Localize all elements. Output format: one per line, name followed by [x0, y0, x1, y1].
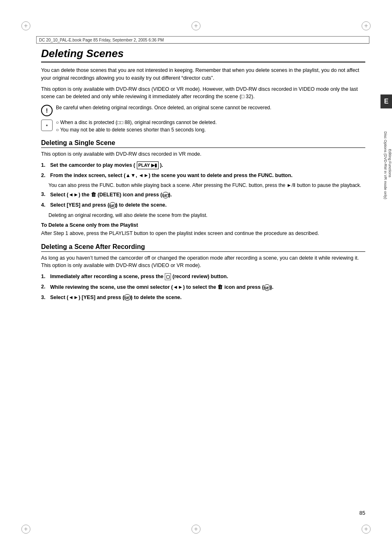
info-note-texts: ○ When a disc is protected (□□ 88), orig…	[56, 119, 217, 134]
side-tab-e: E	[380, 94, 392, 108]
header-bar: DC 20_10_PAL-E.book Page 85 Friday, Sept…	[36, 36, 369, 44]
s2-step3-content: Select (◄►) [YES] and press (SET) to del…	[50, 294, 365, 302]
set-icon-step4: SET	[109, 202, 116, 209]
corner-mark-tl	[21, 21, 30, 30]
s2-step1-num: 1.	[41, 273, 48, 281]
corner-mark-tm	[191, 21, 201, 30]
s2-step1: 1. Immediately after recording a scene, …	[41, 273, 365, 281]
playlist-sub-heading: To Delete a Scene only from the Playlist	[41, 222, 365, 228]
set-icon-step3: SET	[162, 192, 169, 198]
intro-paragraph-2: This option is only available with DVD-R…	[41, 85, 365, 101]
corner-mark-tr	[362, 21, 371, 30]
play-icon: PLAY ▶▮	[137, 161, 159, 169]
s2-step2-content: While reviewing the scene, use the omni …	[50, 283, 365, 291]
step2: 2. From the index screen, select (▲▼, ◄►…	[41, 172, 365, 180]
intro-paragraph-1: You can delete those scenes that you are…	[41, 67, 365, 82]
s2-step3-num: 3.	[41, 294, 48, 302]
step3-content: Select (◄►) the 🗑 (DELETE) icon and pres…	[50, 191, 365, 199]
caution-icon: !	[41, 105, 53, 116]
corner-mark-br	[362, 525, 371, 534]
page-title: Deleting Scenes	[41, 47, 365, 62]
info-note-2: ○ You may not be able to delete scenes s…	[56, 126, 217, 134]
caution-note-box: ! Be careful when deleting original reco…	[41, 104, 365, 116]
trash-icon-s2: 🗑	[217, 284, 223, 290]
playlist-sub-text: After Step 1 above, press the PLAYLIST b…	[41, 230, 365, 237]
info-note-1: ○ When a disc is protected (□□ 88), orig…	[56, 119, 217, 126]
caution-text: Be careful when deleting original record…	[56, 104, 271, 111]
step1-num: 1.	[41, 161, 48, 169]
step4-num: 4.	[41, 201, 48, 209]
step4: 4. Select [YES] and press (SET) to delet…	[41, 201, 365, 209]
step2-sub: You can also press the FUNC. button whil…	[48, 182, 365, 189]
section2-intro: As long as you haven’t turned the camcor…	[41, 254, 365, 270]
corner-mark-bl	[21, 525, 30, 534]
step1: 1. Set the camcorder to play movies ( PL…	[41, 161, 365, 169]
info-icon: ●	[41, 120, 53, 131]
sidebar-label2: Disc Options (DVD-RW in VR mode only)	[383, 131, 387, 199]
page-number: 85	[360, 510, 365, 516]
s2-step2: 2. While reviewing the scene, use the om…	[41, 283, 365, 291]
section1-heading: Deleting a Single Scene	[41, 139, 365, 148]
trash-icon: 🗑	[91, 191, 96, 198]
step4-content: Select [YES] and press (SET) to delete t…	[50, 201, 365, 209]
main-content: Deleting Scenes You can delete those sce…	[41, 47, 365, 304]
sidebar-text: Disc Options (DVD-RW in VR mode only) Ed…	[383, 131, 390, 199]
step1-content: Set the camcorder to play movies ( PLAY …	[50, 161, 365, 169]
corner-mark-bm	[191, 525, 201, 534]
set-icon-s2step2: SET	[264, 284, 270, 291]
top-divider	[41, 44, 369, 44]
s2-step2-num: 2.	[41, 283, 48, 291]
step4-sub: Deleting an original recording, will als…	[48, 212, 365, 219]
record-review-icon: ▢	[165, 273, 171, 280]
info-note-box: ● ○ When a disc is protected (□□ 88), or…	[41, 119, 365, 134]
s2-step1-content: Immediately after recording a scene, pre…	[50, 273, 365, 281]
section2-heading: Deleting a Scene After Recording	[41, 243, 365, 252]
step3-num: 3.	[41, 191, 48, 199]
step3: 3. Select (◄►) the 🗑 (DELETE) icon and p…	[41, 191, 365, 199]
set-icon-s2step3: SET	[124, 294, 131, 301]
step2-num: 2.	[41, 172, 48, 180]
sidebar-label1: Editing Functions	[387, 149, 392, 177]
header-text: DC 20_10_PAL-E.book Page 85 Friday, Sept…	[39, 38, 164, 42]
s2-step3: 3. Select (◄►) [YES] and press (SET) to …	[41, 294, 365, 302]
step2-content: From the index screen, select (▲▼, ◄►) t…	[50, 172, 365, 180]
section1-intro: This option is only available with DVD-R…	[41, 150, 365, 158]
